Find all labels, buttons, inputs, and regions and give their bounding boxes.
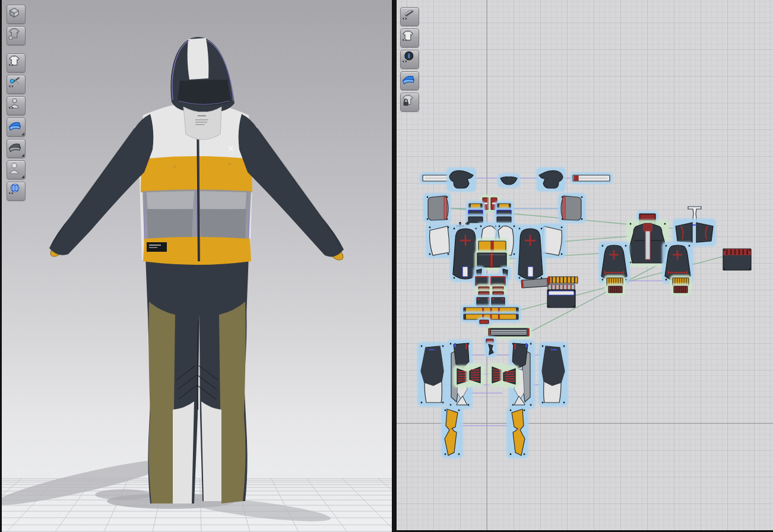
fly-piece[interactable] <box>484 341 497 357</box>
svg-text:i: i <box>408 52 410 60</box>
globe-eye-icon <box>7 182 21 197</box>
belt-clip[interactable] <box>477 317 492 327</box>
show-fabric-button[interactable] <box>7 118 26 137</box>
back-hem-panel[interactable] <box>723 249 751 270</box>
lock-patterns-button[interactable] <box>400 93 419 112</box>
side-panel-right[interactable] <box>558 193 586 223</box>
3d-toolbar <box>7 5 26 203</box>
avatar-display-button[interactable] <box>7 160 26 179</box>
hem-facing-right[interactable] <box>506 406 528 458</box>
back-pocket[interactable] <box>547 290 575 308</box>
cuff-inner-left[interactable] <box>606 283 625 296</box>
ladder-gray[interactable] <box>548 284 575 290</box>
fabric-blue-icon <box>7 118 21 132</box>
back-strip[interactable] <box>521 278 549 288</box>
hood-back-piece-right[interactable] <box>536 167 566 192</box>
show-garment-button[interactable] <box>7 53 26 72</box>
avatar-eye-icon <box>7 97 21 111</box>
flyout-corner-icon <box>21 132 24 135</box>
jacket-mesh-pocket <box>142 189 251 242</box>
2d-viewport[interactable]: i <box>397 0 773 530</box>
hood-top-strip-right[interactable] <box>570 172 613 184</box>
avatar-icon <box>7 161 21 175</box>
hem-facing-left[interactable] <box>441 406 463 458</box>
garment-sphere-button[interactable] <box>7 26 26 45</box>
simulate-button[interactable] <box>7 5 26 24</box>
show-pattern-info-button[interactable]: i <box>400 50 419 69</box>
fabric-dark-icon <box>7 140 21 154</box>
knee-gusset-left-b[interactable] <box>466 363 484 387</box>
fabric-blue-icon <box>401 72 415 86</box>
show-fabric-2d-button[interactable] <box>400 71 419 90</box>
app-window: i <box>0 0 773 532</box>
jacket-yellow-band <box>141 156 252 192</box>
pant-side-left[interactable] <box>417 342 447 407</box>
show-environment-button[interactable] <box>7 182 26 201</box>
front-panel-right[interactable] <box>515 224 546 282</box>
ladder-yellow[interactable] <box>548 277 578 283</box>
side-panel-left[interactable] <box>423 193 451 223</box>
garment-pants[interactable] <box>145 255 249 504</box>
show-internal-lines-button[interactable] <box>7 75 26 94</box>
fabric-texture-button[interactable] <box>7 139 26 158</box>
info-eye-icon: i <box>401 50 415 65</box>
shirt-sphere-icon <box>7 27 21 41</box>
cuff-inner-right[interactable] <box>671 283 690 296</box>
pane-divider[interactable] <box>392 0 397 532</box>
pant-olive-panel-left <box>148 302 175 504</box>
pant-olive-panel-right <box>219 302 246 504</box>
hood-back-piece-left[interactable] <box>446 167 476 192</box>
needle-eye-icon <box>401 8 415 22</box>
shirt-eye-icon <box>7 54 21 68</box>
2d-toolbar: i <box>400 7 419 114</box>
flyout-corner-icon <box>21 175 24 178</box>
chest-panel-left[interactable] <box>426 223 452 258</box>
knee-gusset-right-b[interactable] <box>500 365 519 388</box>
pant-side-right[interactable] <box>538 342 568 407</box>
hood-center-piece[interactable] <box>498 173 520 188</box>
shirt-eye-icon <box>401 29 415 43</box>
pin-eye-icon <box>7 75 21 90</box>
show-pins-button[interactable] <box>400 7 419 26</box>
cube-icon <box>7 5 21 20</box>
show-avatar-button[interactable] <box>7 96 26 115</box>
flyout-corner-icon <box>21 154 24 157</box>
show-patterns-button[interactable] <box>400 28 419 48</box>
3d-viewport[interactable] <box>2 0 392 532</box>
shirt-lock-icon <box>401 93 415 107</box>
